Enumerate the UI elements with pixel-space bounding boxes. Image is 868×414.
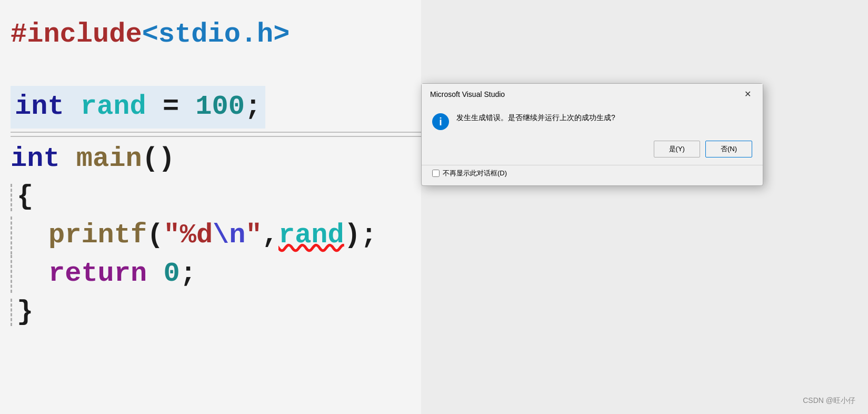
dialog-yes-button[interactable]: 是(Y) [654, 141, 700, 157]
dialog-buttons-area: 是(Y) 否(N) [422, 136, 763, 165]
dialog-checkbox-label: 不再显示此对话框(D) [443, 169, 507, 178]
dialog-titlebar: Microsoft Visual Studio ✕ [422, 84, 763, 104]
dialog-title: Microsoft Visual Studio [430, 90, 505, 98]
dialog-body: i 发生生成错误。是否继续并运行上次的成功生成? [422, 104, 763, 136]
dialog-close-button[interactable]: ✕ [741, 89, 754, 100]
dialog-info-icon: i [432, 113, 449, 130]
dialog-box: Microsoft Visual Studio ✕ i 发生生成错误。是否继续并… [421, 83, 763, 186]
dialog-message-text: 发生生成错误。是否继续并运行上次的成功生成? [456, 112, 615, 123]
dialog-overlay [0, 0, 868, 414]
dialog-dont-show-checkbox[interactable] [432, 170, 440, 177]
watermark: CSDN @旺小仔 [803, 396, 855, 406]
dialog-checkbox-row: 不再显示此对话框(D) [422, 165, 763, 185]
dialog-no-button[interactable]: 否(N) [705, 141, 752, 157]
